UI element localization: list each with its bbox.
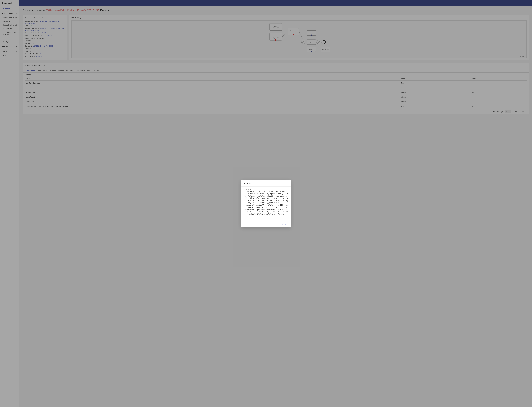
variable-modal: Variable {"data": {"myBoolField":false,"… xyxy=(241,180,291,227)
modal-title: Variable xyxy=(241,180,291,187)
modal-close-button[interactable]: CLOSE xyxy=(281,223,289,226)
modal-content: {"data": {"myBoolField":false,"myArrayOf… xyxy=(241,187,291,219)
modal-overlay[interactable]: Variable {"data": {"myBoolField":false,"… xyxy=(0,0,532,407)
modal-footer: CLOSE xyxy=(241,221,291,227)
modal-divider xyxy=(241,220,291,220)
